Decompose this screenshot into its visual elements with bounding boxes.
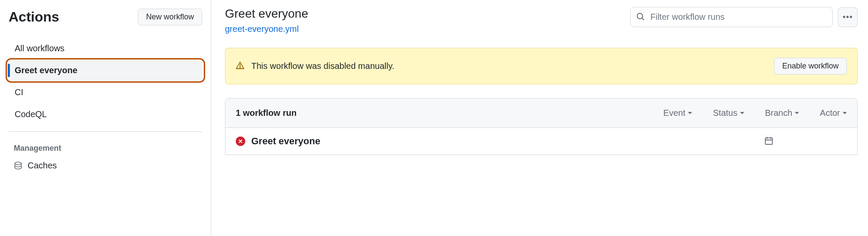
sidebar-header: Actions New workflow	[7, 7, 204, 34]
svg-point-1	[637, 13, 643, 19]
sidebar-item-codeql[interactable]: CodeQL	[7, 103, 204, 125]
filter-label: Branch	[765, 108, 792, 118]
main-header: Greet everyone greet-everyone.yml •••	[225, 7, 858, 34]
sidebar-item-ci[interactable]: CI	[7, 81, 204, 103]
svg-point-0	[15, 162, 22, 165]
kebab-icon: •••	[843, 12, 853, 22]
chevron-down-icon	[740, 112, 744, 114]
alert-content: This workflow was disabled manually.	[236, 61, 394, 71]
filter-label: Event	[663, 108, 685, 118]
workflow-file-link[interactable]: greet-everyone.yml	[225, 24, 299, 34]
divider	[9, 131, 202, 132]
header-tools: •••	[630, 7, 858, 27]
workflow-runs-box: 1 workflow run Event Status Branch	[225, 98, 858, 155]
database-icon	[14, 161, 22, 170]
runs-header: 1 workflow run Event Status Branch	[225, 99, 857, 128]
main-content: Greet everyone greet-everyone.yml •••	[211, 0, 868, 236]
run-filters: Event Status Branch Actor	[663, 108, 847, 118]
enable-workflow-button[interactable]: Enable workflow	[774, 58, 847, 75]
sidebar-item-label: All workflows	[15, 43, 65, 53]
filter-runs-input[interactable]	[630, 7, 833, 27]
filter-branch-button[interactable]: Branch	[765, 108, 799, 118]
status-failed-icon	[236, 137, 245, 146]
search-icon	[636, 12, 645, 22]
sidebar-item-caches[interactable]: Caches	[7, 157, 204, 174]
chevron-down-icon	[688, 112, 692, 114]
warning-icon	[236, 61, 244, 71]
run-title: Greet everyone	[251, 136, 320, 147]
run-row[interactable]: Greet everyone	[225, 128, 857, 155]
filter-label: Status	[713, 108, 737, 118]
main-heading-block: Greet everyone greet-everyone.yml	[225, 7, 308, 34]
filter-actor-button[interactable]: Actor	[820, 108, 847, 118]
sidebar-item-label: CodeQL	[15, 109, 47, 119]
workflow-list: All workflows Greet everyone CI CodeQL	[7, 37, 204, 125]
alert-message: This workflow was disabled manually.	[251, 61, 394, 71]
filter-label: Actor	[820, 108, 840, 118]
runs-count: 1 workflow run	[236, 108, 297, 118]
new-workflow-button[interactable]: New workflow	[138, 9, 202, 25]
workflow-title: Greet everyone	[225, 7, 308, 21]
sidebar-title: Actions	[9, 9, 59, 25]
management-section-label: Management	[7, 138, 204, 157]
sidebar-item-label: Caches	[28, 161, 57, 171]
chevron-down-icon	[843, 112, 847, 114]
chevron-down-icon	[795, 112, 799, 114]
sidebar: Actions New workflow All workflows Greet…	[0, 0, 211, 236]
filter-status-button[interactable]: Status	[713, 108, 744, 118]
calendar-icon	[764, 136, 774, 147]
svg-rect-3	[765, 138, 773, 144]
run-row-left: Greet everyone	[236, 136, 320, 147]
disabled-workflow-alert: This workflow was disabled manually. Ena…	[225, 48, 858, 84]
sidebar-item-label: Greet everyone	[15, 65, 78, 75]
search-wrapper	[630, 7, 833, 27]
sidebar-item-all-workflows[interactable]: All workflows	[7, 37, 204, 59]
more-options-button[interactable]: •••	[838, 7, 858, 27]
sidebar-item-label: CI	[15, 87, 23, 97]
svg-point-2	[240, 67, 240, 68]
sidebar-item-greet-everyone[interactable]: Greet everyone	[7, 59, 204, 81]
filter-event-button[interactable]: Event	[663, 108, 692, 118]
